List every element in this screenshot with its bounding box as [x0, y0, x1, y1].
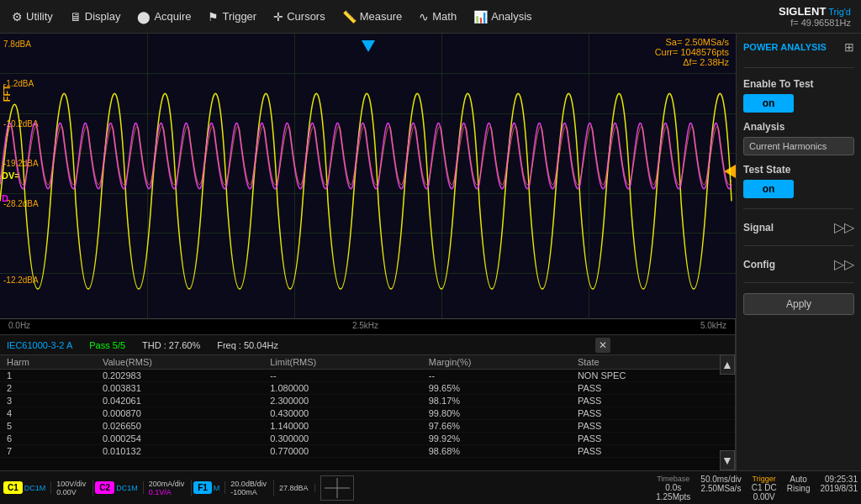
acquire-icon: ⬤ — [137, 10, 151, 24]
freq-label-mid: 2.5kHz — [352, 321, 378, 333]
analysis-dropdown[interactable]: Current Harmonics Power Quality Inrush C… — [743, 137, 854, 155]
trig-slope: Rising — [787, 484, 811, 493]
cell-value: 0.003831 — [96, 382, 263, 395]
measure-icon: 📏 — [342, 10, 357, 24]
menu-measure[interactable]: 📏 Measure — [334, 7, 411, 27]
menu-cursors-label: Cursors — [287, 10, 325, 23]
analysis-dropdown-wrapper: Current Harmonics Power Quality Inrush C… — [743, 137, 854, 155]
cell-harm: 2 — [0, 382, 96, 395]
signal-expand-button[interactable]: ▷▷ — [834, 219, 854, 235]
utility-icon: ⚙ — [12, 10, 23, 24]
cursors-icon: ✛ — [273, 10, 283, 24]
cell-state: PASS — [571, 433, 735, 445]
scroll-up-button[interactable]: ▲ — [720, 354, 735, 375]
panel-title: POWER ANALYSIS — [743, 42, 827, 52]
menu-analysis[interactable]: 📊 Analysis — [465, 7, 540, 27]
test-state-toggle[interactable]: on — [743, 180, 794, 198]
right-panel: POWER ANALYSIS ⊞ Enable To Test on Analy… — [736, 34, 861, 470]
harmonics-table: Harm Value(RMS) Limit(RMS) Margin(%) Sta… — [0, 355, 735, 458]
c2-adiv: 200mA/div — [149, 480, 185, 488]
cell-harm: 6 — [0, 433, 96, 445]
menu-acquire-label: Acquire — [154, 10, 191, 23]
cell-limit: 1.080000 — [263, 382, 422, 395]
tb-time: 0.0s — [665, 483, 681, 492]
menu-trigger[interactable]: ⚑ Trigger — [199, 7, 265, 27]
close-table-button[interactable]: ✕ — [595, 338, 610, 353]
cell-value: 0.026650 — [96, 420, 263, 433]
pass-status: Pass 5/5 — [89, 340, 125, 350]
cell-state: PASS — [571, 445, 735, 458]
enable-section: Enable To Test on — [743, 78, 854, 113]
cell-limit: -- — [263, 370, 422, 382]
f1-values: 20.0dB/div -100mA — [227, 480, 274, 496]
c1-vdiv: 100V/div — [56, 480, 86, 488]
crosshair-display — [320, 475, 354, 501]
math-icon: ∿ — [419, 10, 429, 24]
config-label: Config — [743, 259, 775, 270]
col-limit: Limit(RMS) — [263, 355, 422, 370]
f1-ref: -100mA — [230, 488, 267, 496]
signal-section: Signal ▷▷ — [743, 219, 854, 235]
tb-div: 50.0ms/div — [700, 475, 741, 484]
cell-margin: 99.65% — [422, 382, 571, 395]
brand-info: SIGLENT Trig'd f= 49.96581Hz — [779, 5, 858, 28]
menu-trigger-label: Trigger — [222, 10, 256, 23]
col-margin: Margin(%) — [422, 355, 571, 370]
cell-margin: 99.80% — [422, 407, 571, 420]
waveform-display[interactable]: 7.8dBA -1.2dBA -10.2dBA -19.2dBA -28.2dB… — [0, 34, 736, 319]
analysis-section: Analysis Current Harmonics Power Quality… — [743, 121, 854, 155]
f1-val: 27.8dBA — [279, 484, 309, 492]
menu-utility[interactable]: ⚙ Utility — [3, 7, 61, 27]
c2-offset: 0.1V/A — [149, 488, 185, 496]
trig-level: 0.00V — [753, 492, 775, 501]
col-state: State — [571, 355, 735, 370]
test-state-label: Test State — [743, 164, 854, 176]
tb-div-col: 50.0ms/div 2.50MSa/s — [700, 475, 741, 501]
menu-display-label: Display — [85, 10, 121, 23]
menu-utility-label: Utility — [26, 10, 53, 23]
f1-section: F1 M — [193, 481, 225, 494]
menu-bar: ⚙ Utility 🖥 Display ⬤ Acquire ⚑ Trigger … — [0, 0, 861, 34]
cell-harm: 3 — [0, 395, 96, 407]
enable-toggle[interactable]: on — [743, 94, 794, 113]
c2-values: 200mA/div 0.1V/A — [145, 480, 193, 496]
scroll-down-button[interactable]: ▼ — [720, 450, 735, 470]
cell-margin: -- — [422, 370, 571, 382]
f1-dbdiv: 20.0dB/div — [230, 480, 267, 488]
c1-values: 100V/div 0.00V — [53, 480, 93, 496]
c1-badge: C1 — [3, 481, 23, 494]
freq-display: f= 49.96581Hz — [790, 18, 851, 28]
display-icon: 🖥 — [70, 10, 82, 24]
menu-measure-label: Measure — [360, 10, 403, 23]
cell-state: PASS — [571, 420, 735, 433]
panel-divider-3 — [743, 245, 854, 246]
cell-margin: 98.17% — [422, 395, 571, 407]
panel-title-bar: POWER ANALYSIS ⊞ — [743, 40, 854, 54]
col-value: Value(RMS) — [96, 355, 263, 370]
time-display: 09:25:31 2019/8/31 — [821, 475, 858, 501]
cell-value: 0.202983 — [96, 370, 263, 382]
menu-display[interactable]: 🖥 Display — [61, 7, 129, 27]
test-state-section: Test State on — [743, 164, 854, 198]
cell-harm: 1 — [0, 370, 96, 382]
cell-limit: 0.430000 — [263, 407, 422, 420]
tb-sa: 2.50MSa/s — [701, 484, 742, 493]
trig-mode: Auto — [790, 475, 807, 484]
c1-mode: DC1M — [24, 484, 46, 492]
menu-math-label: Math — [432, 10, 457, 23]
clock-date: 2019/8/31 — [821, 484, 858, 493]
cell-value: 0.010132 — [96, 445, 263, 458]
panel-divider-1 — [743, 67, 854, 68]
cell-value: 0.000254 — [96, 433, 263, 445]
config-expand-button[interactable]: ▷▷ — [834, 256, 854, 272]
config-section: Config ▷▷ — [743, 256, 854, 272]
table-row: 4 0.000870 0.430000 99.80% PASS — [0, 407, 735, 420]
menu-cursors[interactable]: ✛ Cursors — [265, 7, 334, 27]
enable-label: Enable To Test — [743, 78, 854, 90]
panel-grid-icon[interactable]: ⊞ — [844, 40, 854, 54]
menu-acquire[interactable]: ⬤ Acquire — [129, 7, 199, 27]
cell-value: 0.000870 — [96, 407, 263, 420]
cell-value: 0.042061 — [96, 395, 263, 407]
menu-math[interactable]: ∿ Math — [410, 7, 465, 27]
apply-button[interactable]: Apply — [743, 293, 854, 315]
